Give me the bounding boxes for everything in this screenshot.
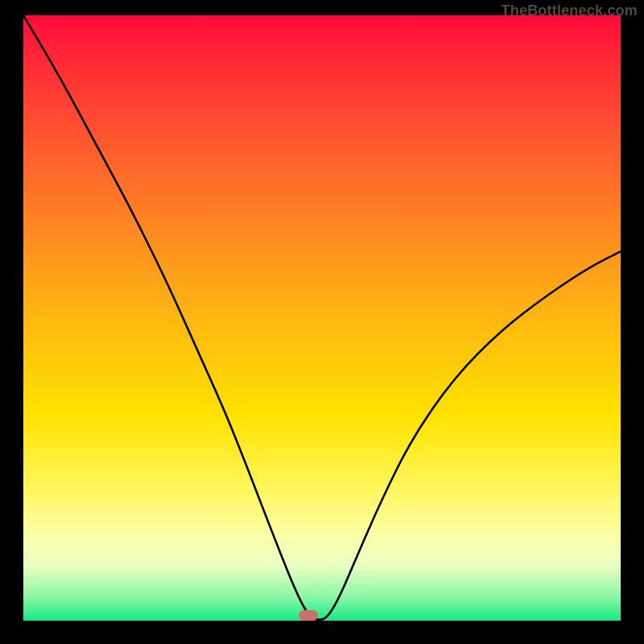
plot-area (23, 15, 621, 621)
bottleneck-curve (23, 15, 621, 621)
optimal-marker (299, 610, 318, 621)
watermark-text: TheBottleneck.com (502, 2, 638, 19)
chart-container: TheBottleneck.com (0, 0, 644, 644)
